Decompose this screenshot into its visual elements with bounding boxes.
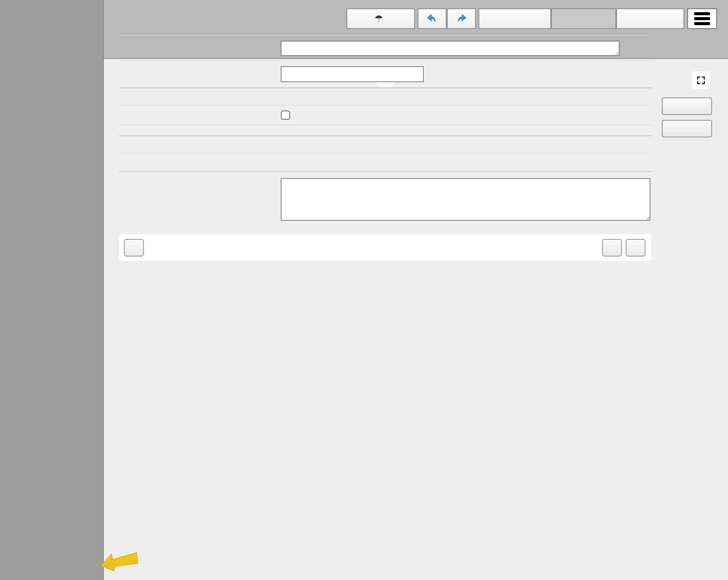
redo-button[interactable] (447, 8, 476, 29)
dont-require-permissions-checkbox[interactable] (281, 110, 290, 120)
annotation-arrow (100, 549, 139, 573)
fullscreen-button[interactable] (691, 71, 711, 90)
action-bar (119, 234, 651, 261)
policy-row (119, 125, 651, 135)
remove-button[interactable] (662, 97, 712, 115)
owner-row (119, 87, 651, 105)
menu-button[interactable] (687, 8, 717, 29)
source-input[interactable] (281, 178, 650, 221)
script-form (119, 35, 651, 261)
sidebar (0, 0, 104, 580)
last-time-started-row (119, 135, 651, 153)
comment-row (119, 35, 651, 61)
safe-mode-button[interactable]: ☂ (347, 8, 415, 29)
tab-quick-set[interactable] (478, 8, 551, 29)
source-row (119, 171, 651, 227)
toolbar: ☂ (347, 8, 717, 29)
hamburger-icon (694, 12, 710, 15)
cancel-button[interactable] (124, 239, 144, 257)
umbrella-icon: ☂ (374, 14, 383, 24)
undo-icon (426, 13, 438, 25)
undo-button[interactable] (418, 8, 447, 29)
name-row (119, 61, 651, 87)
run-count-row (119, 153, 651, 171)
ok-button[interactable] (626, 239, 645, 257)
comment-input[interactable] (281, 41, 620, 56)
redo-icon (455, 13, 467, 25)
apply-button[interactable] (602, 239, 622, 257)
dont-require-permissions-row (119, 105, 651, 125)
tab-terminal[interactable] (616, 8, 684, 29)
run-script-button[interactable] (662, 120, 712, 137)
name-input[interactable] (281, 66, 424, 82)
tab-webfig[interactable] (551, 8, 616, 29)
main-area: ☂ (104, 0, 728, 580)
fullscreen-icon (696, 75, 706, 85)
